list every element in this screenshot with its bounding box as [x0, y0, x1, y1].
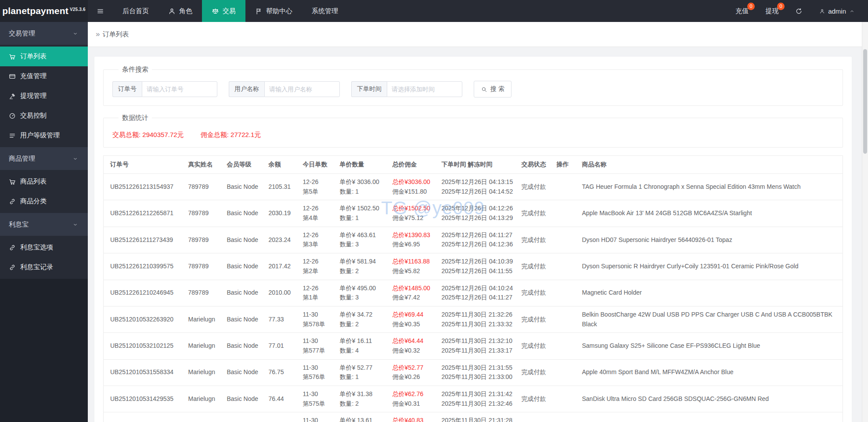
nav-item-system[interactable]: 系统管理: [302, 0, 348, 22]
user-icon: [819, 8, 825, 14]
refresh-button[interactable]: [795, 7, 803, 15]
orders-table-header: 订单号真实姓名会员等级余额今日单数单价数量总价佣金下单时间 解冻时间交易状态操作…: [104, 156, 843, 174]
sidebar-item-recharge-management[interactable]: 充值管理: [0, 66, 88, 86]
user-name-input[interactable]: [264, 81, 340, 97]
nav-item-help-center[interactable]: 帮助中心: [245, 0, 302, 22]
navbar-right: 充值 0 提现 0 admin: [735, 0, 868, 22]
column-header: 交易状态: [518, 156, 553, 174]
column-header: 单价数量: [336, 156, 389, 174]
search-button[interactable]: 搜 索: [474, 81, 511, 97]
order-row: UB2512010532102125MarielugnBasic Node77.…: [104, 333, 843, 359]
nav-item-label: 帮助中心: [266, 7, 292, 15]
cell-level: Basic Node: [223, 253, 265, 280]
search-panel-legend: 条件搜索: [119, 65, 152, 74]
nav-item-roles[interactable]: 角色: [158, 0, 202, 22]
link-icon: [9, 198, 16, 205]
sidebar-item-lixibao-options[interactable]: 利息宝选项: [0, 238, 88, 257]
column-header: 今日单数: [299, 156, 336, 174]
order-no-input[interactable]: [142, 81, 217, 97]
cell-total-commission: 总价¥1163.88佣金¥5.82: [389, 253, 438, 280]
cell-product: Cellularline Bounce Case Airpods 4 BOUNC…: [579, 412, 843, 422]
sidebar-group-product-management[interactable]: 商品管理: [0, 147, 88, 170]
cell-times: 2025年11月30日 21:31:282025年11月30日 21:32:33: [438, 412, 518, 422]
cell-times: 2025年12月26日 04:11:272025年12月26日 04:12:36: [438, 227, 518, 253]
breadcrumb: » 订单列表: [88, 22, 868, 47]
search-field-label: 下单时间: [351, 81, 387, 97]
sidebar: 交易管理订单列表充值管理提现管理交易控制用户等级管理商品管理商品列表商品分类利息…: [0, 22, 88, 422]
commission-total-value: 27722.1元: [231, 131, 261, 138]
cell-unit-price-qty: 单价¥ 31.38数量: 2: [336, 386, 389, 412]
order-time-input[interactable]: [387, 81, 462, 97]
nav-item-label: 交易: [223, 7, 236, 15]
cell-total-commission: 总价¥64.44佣金¥0.32: [389, 333, 438, 359]
sidebar-item-product-list[interactable]: 商品列表: [0, 172, 88, 191]
withdraw-button[interactable]: 提现 0: [765, 7, 778, 15]
cell-status: 完成付款: [518, 253, 553, 280]
nav-item-dashboard[interactable]: 后台首页: [113, 0, 158, 22]
chevron-down-icon: [72, 31, 78, 36]
column-header: 余额: [265, 156, 299, 174]
cell-status: 完成付款: [518, 412, 553, 422]
sidebar-item-withdraw-management[interactable]: 提现管理: [0, 86, 88, 106]
cell-level: Basic Node: [223, 174, 265, 200]
card-icon: [9, 73, 16, 80]
cell-times: 2025年11月30日 21:32:102025年11月30日 21:33:17: [438, 333, 518, 359]
cell-today-orders: 11-30第575单: [299, 386, 336, 412]
search-icon: [481, 86, 487, 93]
cell-unit-price-qty: 单价¥ 495.00数量: 3: [336, 280, 389, 306]
cell-order-no: UB2512010531429535: [104, 386, 185, 412]
sidebar-group-items: 订单列表充值管理提现管理交易控制用户等级管理: [0, 45, 88, 147]
cell-action: [553, 386, 579, 412]
sidebar-group-items: 商品列表商品分类: [0, 170, 88, 213]
scrollbar-thumb[interactable]: [863, 49, 867, 154]
sidebar-item-user-level-management[interactable]: 用户等级管理: [0, 126, 88, 145]
gavel-icon: [9, 93, 16, 100]
sidebar-item-product-category[interactable]: 商品分类: [0, 191, 88, 211]
sidebar-item-order-list[interactable]: 订单列表: [0, 47, 88, 66]
cell-action: [553, 412, 579, 422]
orders-table: 订单号真实姓名会员等级余额今日单数单价数量总价佣金下单时间 解冻时间交易状态操作…: [103, 155, 843, 422]
cell-real-name: Marielugn: [185, 359, 223, 386]
sidebar-toggle-button[interactable]: [88, 0, 113, 22]
cell-product: Dyson Supersonic R Hairdryer Curly+Coily…: [579, 253, 843, 280]
cell-total-commission: 总价¥62.76佣金¥0.31: [389, 386, 438, 412]
search-form: 订单号用户名称下单时间搜 索: [112, 81, 834, 97]
cell-order-no: UB2512010532102125: [104, 333, 185, 359]
link-icon: [9, 244, 16, 251]
order-row: UB2512261211273439789789Basic Node2023.2…: [104, 227, 843, 253]
nav-item-trade[interactable]: 交易: [202, 0, 245, 22]
cell-action: [553, 280, 579, 306]
column-header: 总价佣金: [389, 156, 438, 174]
sidebar-item-label: 交易控制: [20, 112, 47, 120]
nav-item-label: 角色: [179, 7, 192, 15]
page: planetpayment V25.3.6 后台首页角色交易帮助中心系统管理 充…: [0, 0, 868, 422]
cell-order-no: UB2512261212265871: [104, 200, 185, 227]
sidebar-item-label: 商品列表: [20, 177, 47, 186]
sidebar-item-trade-control[interactable]: 交易控制: [0, 106, 88, 126]
cell-today-orders: 12-26第3单: [299, 227, 336, 253]
page-scrollbar[interactable]: [862, 22, 868, 422]
cell-product: Belkin BoostCharge 42W Dual USB PD PPS C…: [579, 306, 843, 332]
sidebar-group-label: 商品管理: [9, 155, 35, 163]
cell-today-orders: 12-26第1单: [299, 280, 336, 306]
cell-action: [553, 253, 579, 280]
chevron-down-icon: [72, 156, 78, 162]
cell-balance: 77.33: [265, 306, 299, 332]
sidebar-item-label: 订单列表: [20, 52, 47, 61]
cell-unit-price-qty: 单价¥ 3036.00数量: 1: [336, 174, 389, 200]
user-menu[interactable]: admin: [819, 7, 855, 15]
recharge-button[interactable]: 充值 0: [735, 7, 749, 15]
sidebar-group-trade-management[interactable]: 交易管理: [0, 22, 88, 45]
sidebar-item-lixibao-records[interactable]: 利息宝记录: [0, 257, 88, 277]
cell-level: Basic Node: [223, 227, 265, 253]
order-row: UB2512261210399575789789Basic Node2017.4…: [104, 253, 843, 280]
cell-order-no: UB2512261211273439: [104, 227, 185, 253]
sidebar-group-lixibao[interactable]: 利息宝: [0, 213, 88, 236]
search-field-order-no: 订单号: [112, 81, 217, 97]
cell-real-name: 789789: [185, 200, 223, 227]
cell-times: 2025年12月26日 04:10:392025年12月26日 04:11:55: [438, 253, 518, 280]
total-amount-value: 2940357.72元: [142, 131, 184, 138]
cell-product: Apple 40mm Sport Band M/L MFFW4ZM/A Anch…: [579, 359, 843, 386]
cell-status: 完成付款: [518, 227, 553, 253]
cell-status: 完成付款: [518, 359, 553, 386]
